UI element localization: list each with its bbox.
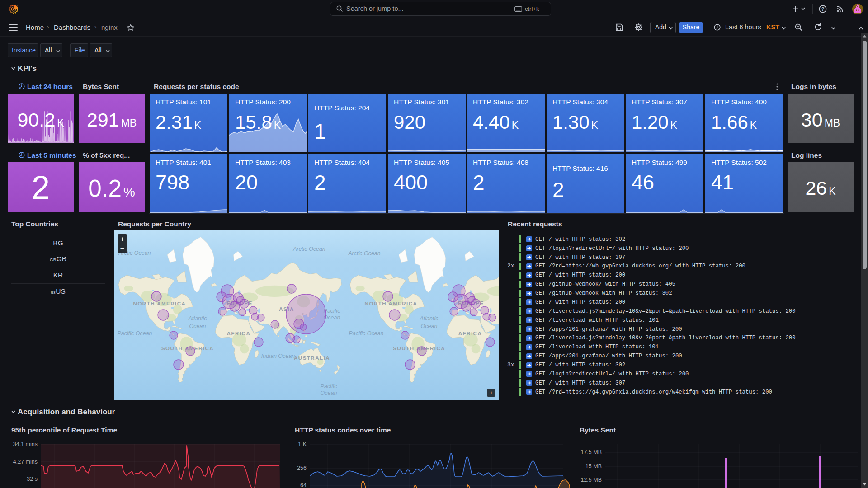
svg-text:Pacific Ocean: Pacific Ocean [117, 330, 152, 337]
svg-text:Arctic Ocean: Arctic Ocean [292, 246, 326, 252]
svg-text:AFRICA: AFRICA [227, 331, 250, 336]
svg-text:Ocean: Ocean [321, 390, 337, 396]
svg-text:NORTH AMERICA: NORTH AMERICA [365, 301, 418, 306]
svg-text:Pacific: Pacific [321, 383, 338, 389]
svg-text:Atlantic: Atlantic [188, 315, 208, 322]
svg-text:Atlantic: Atlantic [420, 315, 439, 322]
svg-text:Pacific Ocean: Pacific Ocean [349, 330, 383, 337]
svg-text:AUSTRALIA: AUSTRALIA [294, 355, 330, 361]
svg-text:Indian Ocean: Indian Ocean [261, 353, 295, 359]
svg-text:AFRICA: AFRICA [458, 331, 482, 336]
svg-text:Ocean: Ocean [189, 323, 206, 329]
svg-text:NORTH AMERICA: NORTH AMERICA [133, 301, 186, 306]
svg-text:Arctic Ocean: Arctic Ocean [348, 250, 381, 257]
svg-text:Ocean: Ocean [421, 323, 438, 329]
